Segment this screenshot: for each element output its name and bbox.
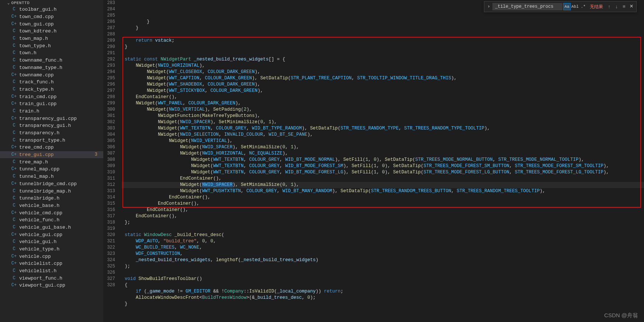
file-item-townname-cpp[interactable]: C+townname.cpp: [0, 71, 103, 79]
find-menu-icon[interactable]: ≡: [621, 4, 627, 10]
code-scroll-area[interactable]: 2832842852862872882892902912922932942952…: [103, 0, 644, 322]
code-line[interactable]: static const NWidgetPart _nested_build_t…: [122, 56, 644, 63]
file-item-viewport-func-h[interactable]: Cviewport_func.h: [0, 274, 103, 282]
close-icon[interactable]: ×: [628, 3, 635, 10]
code-line[interactable]: void ShowBuildTreesToolbar(): [122, 276, 644, 282]
find-prev-icon[interactable]: ↑: [606, 4, 613, 10]
code-line[interactable]: _nested_build_trees_widgets, lengthof(_n…: [122, 257, 644, 263]
file-item-vehicle-gui-base-h[interactable]: Cvehicle_gui_base.h: [0, 224, 103, 231]
file-item-tunnelbridge-h[interactable]: Ctunnelbridge.h: [0, 195, 103, 202]
find-input[interactable]: [492, 3, 562, 10]
code-line[interactable]: [122, 31, 644, 38]
file-item-viewport-gui-cpp[interactable]: C+viewport_gui.cpp: [0, 282, 103, 289]
code-line[interactable]: {: [122, 282, 644, 288]
code-line[interactable]: [122, 226, 644, 232]
code-line[interactable]: static WindowDesc _build_trees_desc(: [122, 232, 644, 238]
code-line[interactable]: EndContainer(),: [122, 194, 644, 201]
file-item-vehicle-gui-h[interactable]: Cvehicle_gui.h: [0, 238, 103, 246]
code-line[interactable]: WDF_CONSTRUCTION,: [122, 251, 644, 257]
file-item-track-func-h[interactable]: Ctrack_func.h: [0, 79, 103, 86]
file-item-town-type-h[interactable]: Ctown_type.h: [0, 42, 103, 49]
code-line[interactable]: NWidget(NWID_VERTICAL),: [122, 138, 644, 144]
file-item-vehiclelist-h[interactable]: Cvehiclelist.h: [0, 267, 103, 275]
code-line[interactable]: NWidget(WWT_TEXTBTN, COLOUR_GREY, WID_BT…: [122, 125, 644, 132]
code-line[interactable]: EndContainer(),: [122, 213, 644, 219]
file-item-train-cmd-cpp[interactable]: C+train_cmd.cpp: [0, 93, 103, 100]
file-item-toolbar-gui-h[interactable]: Ctoolbar_gui.h: [0, 6, 103, 13]
file-item-tree-gui-cpp[interactable]: C+tree_gui.cpp3: [0, 151, 103, 159]
file-item-tunnelbridge-cmd-cpp[interactable]: C+tunnelbridge_cmd.cpp: [0, 180, 103, 188]
code-line[interactable]: NWidget(WWT_SHADEBOX, COLOUR_DARK_GREEN)…: [122, 82, 644, 88]
code-line[interactable]: return vstack;: [122, 38, 644, 44]
code-line[interactable]: EndContainer(),: [122, 176, 644, 182]
code-line[interactable]: NWidget(NWID_SPACER), SetMinimalSize(0, …: [122, 119, 644, 125]
code-line[interactable]: NWidget(NWID_HORIZONTAL, NC_EQUALSIZE),: [122, 150, 644, 157]
file-item-transparency-h[interactable]: Ctransparency.h: [0, 129, 103, 137]
file-item-town-gui-cpp[interactable]: C+town_gui.cpp: [0, 20, 103, 28]
code-line[interactable]: };: [122, 219, 644, 226]
code-line[interactable]: EndContainer(),: [122, 94, 644, 100]
code-line[interactable]: NWidget(WWT_TEXTBTN, COLOUR_GREY, WID_BT…: [122, 163, 644, 169]
file-item-train-gui-cpp[interactable]: C+train_gui.cpp: [0, 100, 103, 108]
file-item-vehicle-type-h[interactable]: Cvehicle_type.h: [0, 246, 103, 253]
code-line[interactable]: );: [122, 263, 644, 270]
code-line[interactable]: NWidget(NWID_SELECTION, INVALID_COLOUR, …: [122, 132, 644, 138]
file-item-transport-type-h[interactable]: Ctransport_type.h: [0, 136, 103, 144]
file-item-train-h[interactable]: Ctrain.h: [0, 108, 103, 115]
file-name-label: train_gui.cpp: [19, 100, 56, 107]
regex-toggle[interactable]: .*: [579, 3, 587, 10]
file-item-townname-type-h[interactable]: Ctownname_type.h: [0, 64, 103, 72]
file-item-transparency-gui-h[interactable]: Ctransparency_gui.h: [0, 122, 103, 129]
explorer-folder-header[interactable]: ⌄ OPENTTD: [0, 0, 103, 6]
code-line[interactable]: NWidget(WWT_CLOSEBOX, COLOUR_DARK_GREEN)…: [122, 69, 644, 75]
file-item-tunnel-map-h[interactable]: Ctunnel_map.h: [0, 173, 103, 180]
file-item-townname-func-h[interactable]: Ctownname_func.h: [0, 57, 103, 64]
code-line[interactable]: NWidget(NWID_VERTICAL), SetPadding(2),: [122, 107, 644, 113]
match-word-toggle[interactable]: Abl: [571, 3, 579, 10]
file-item-tunnelbridge-map-h[interactable]: Ctunnelbridge_map.h: [0, 187, 103, 195]
file-item-tunnel-map-cpp[interactable]: C+tunnel_map.cpp: [0, 166, 103, 173]
file-explorer-sidebar[interactable]: ⌄ OPENTTD Ctoolbar_gui.hC+town_cmd.cppC+…: [0, 0, 103, 322]
code-line[interactable]: [122, 270, 644, 276]
code-line[interactable]: WDP_AUTO, "build_tree", 0, 0,: [122, 238, 644, 245]
code-line[interactable]: if (_game_mode != GM_EDITOR && !Company:…: [122, 288, 644, 295]
file-item-vehicle-gui-cpp[interactable]: C+vehicle_gui.cpp: [0, 231, 103, 238]
file-item-transparency-gui-cpp[interactable]: C+transparency_gui.cpp: [0, 115, 103, 122]
file-item-town-h[interactable]: Ctown.h: [0, 49, 103, 57]
code-line[interactable]: AllocateWindowDescFront<BuildTreesWindow…: [122, 295, 644, 301]
code-line[interactable]: NWidget(WWT_TEXTBTN, COLOUR_GREY, WID_BT…: [122, 157, 644, 163]
file-item-town-kdtree-h[interactable]: Ctown_kdtree.h: [0, 28, 103, 35]
code-line[interactable]: NWidgetFunction(MakeTreeTypeButtons),: [122, 113, 644, 119]
file-item-track-type-h[interactable]: Ctrack_type.h: [0, 86, 103, 93]
file-type-icon: C: [11, 238, 17, 245]
code-line[interactable]: }: [122, 25, 644, 31]
file-item-vehicle-cpp[interactable]: C+vehicle.cpp: [0, 253, 103, 260]
code-line[interactable]: }: [122, 44, 644, 50]
code-content[interactable]: } } return vstack;}static const NWidgetP…: [122, 0, 644, 322]
file-item-vehiclelist-cpp[interactable]: C+vehiclelist.cpp: [0, 260, 103, 267]
code-line[interactable]: }: [122, 19, 644, 25]
expand-replace-icon[interactable]: ›: [486, 4, 492, 9]
file-item-vehicle-func-h[interactable]: Cvehicle_func.h: [0, 217, 103, 224]
file-item-town-cmd-cpp[interactable]: C+town_cmd.cpp: [0, 13, 103, 21]
code-line[interactable]: NWidget(WWT_CAPTION, COLOUR_DARK_GREEN),…: [122, 75, 644, 82]
file-item-tree-cmd-cpp[interactable]: C+tree_cmd.cpp: [0, 144, 103, 151]
code-line[interactable]: NWidget(NWID_SPACER), SetMinimalSize(0, …: [122, 182, 644, 188]
find-next-icon[interactable]: ↓: [613, 4, 620, 10]
code-line[interactable]: WC_BUILD_TREES, WC_NONE,: [122, 245, 644, 251]
code-line[interactable]: NWidget(WWT_PUSHTXTBTN, COLOUR_GREY, WID…: [122, 188, 644, 194]
code-line[interactable]: NWidget(NWID_SPACER), SetMinimalSize(0, …: [122, 144, 644, 150]
code-line[interactable]: NWidget(NWID_HORIZONTAL),: [122, 63, 644, 69]
code-line[interactable]: NWidget(WWT_STICKYBOX, COLOUR_DARK_GREEN…: [122, 88, 644, 94]
code-line[interactable]: EndContainer(),: [122, 201, 644, 207]
code-line[interactable]: NWidget(WWT_TEXTBTN, COLOUR_GREY, WID_BT…: [122, 169, 644, 176]
file-item-vehicle-cmd-cpp[interactable]: C+vehicle_cmd.cpp: [0, 209, 103, 217]
file-item-vehicle-base-h[interactable]: Cvehicle_base.h: [0, 202, 103, 210]
match-case-toggle[interactable]: Aa: [563, 3, 571, 10]
code-line[interactable]: }: [122, 301, 644, 307]
code-line[interactable]: EndContainer(),: [122, 207, 644, 213]
file-item-town-map-h[interactable]: Ctown_map.h: [0, 35, 103, 42]
file-item-tree-map-h[interactable]: Ctree_map.h: [0, 158, 103, 166]
code-line[interactable]: [122, 50, 644, 56]
code-line[interactable]: NWidget(WWT_PANEL, COLOUR_DARK_GREEN),: [122, 100, 644, 107]
